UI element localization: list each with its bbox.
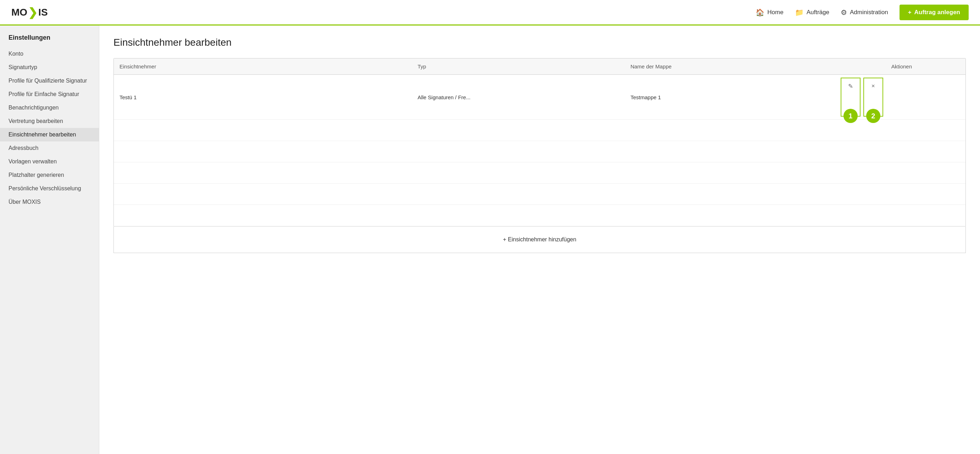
cell-aktionen: ✎ 1 × 2 — [838, 75, 966, 120]
sidebar-item-platzhalter[interactable]: Platzhalter generieren — [0, 168, 99, 182]
add-row: + Einsichtnehmer hinzufügen — [113, 227, 966, 253]
nav-home-label: Home — [767, 9, 783, 16]
sidebar-item-adressbuch[interactable]: Adressbuch — [0, 141, 99, 155]
logo: MO❯IS — [11, 6, 48, 19]
plus-icon: + — [908, 9, 912, 16]
folder-icon: 📁 — [795, 8, 804, 17]
logo-mo: MO — [11, 7, 27, 18]
sidebar-item-vertretung[interactable]: Vertretung bearbeiten — [0, 114, 99, 128]
nav-auftraege-label: Aufträge — [807, 9, 829, 16]
edit-button[interactable]: ✎ — [842, 78, 860, 94]
edit-icon: ✎ — [848, 83, 853, 90]
sidebar-item-einsichtnehmer[interactable]: Einsichtnehmer bearbeiten — [0, 128, 99, 141]
col-header-einsichtnehmer: Einsichtnehmer — [114, 59, 412, 75]
einsichtnehmer-table-container: Einsichtnehmer Typ Name der Mappe Aktion… — [113, 58, 966, 227]
delete-action-box: × 2 — [863, 78, 883, 117]
main-content: Einsichtnehmer bearbeiten Einsichtnehmer… — [99, 25, 980, 454]
nav-auftraege[interactable]: 📁 Aufträge — [795, 8, 829, 17]
cell-einsichtnehmer: Testü 1 — [114, 75, 412, 120]
sidebar-item-benachrichtigungen[interactable]: Benachrichtigungen — [0, 101, 99, 114]
einsichtnehmer-table: Einsichtnehmer Typ Name der Mappe Aktion… — [114, 59, 966, 226]
sidebar-item-signaturtyp[interactable]: Signaturtyp — [0, 60, 99, 74]
sidebar-item-konto[interactable]: Konto — [0, 47, 99, 60]
badge-2: 2 — [866, 109, 880, 123]
empty-row — [114, 141, 966, 162]
new-order-button[interactable]: + Auftrag anlegen — [899, 5, 969, 20]
col-header-typ: Typ — [412, 59, 625, 75]
table-row: Testü 1 Alle Signaturen / Fre... Testmap… — [114, 75, 966, 120]
sidebar-item-vorlagen[interactable]: Vorlagen verwalten — [0, 155, 99, 168]
actions-wrapper: ✎ 1 × 2 — [838, 75, 966, 119]
add-einsichtnehmer-button[interactable]: + Einsichtnehmer hinzufügen — [119, 232, 960, 247]
cell-typ: Alle Signaturen / Fre... — [412, 75, 625, 120]
col-header-mappe: Name der Mappe — [625, 59, 838, 75]
nav-administration-label: Administration — [850, 9, 888, 16]
table-header-row: Einsichtnehmer Typ Name der Mappe Aktion… — [114, 59, 966, 75]
home-icon: 🏠 — [756, 8, 764, 17]
cell-mappe: Testmappe 1 — [625, 75, 838, 120]
sidebar-item-ueber[interactable]: Über MOXIS — [0, 195, 99, 209]
col-header-aktionen: Aktionen — [838, 59, 966, 75]
sidebar-item-profile-qualifiziert[interactable]: Profile für Qualifizierte Signatur — [0, 74, 99, 87]
logo-is: IS — [38, 7, 48, 18]
close-icon: × — [872, 83, 875, 90]
nav-administration[interactable]: ⚙ Administration — [841, 8, 888, 17]
nav-home[interactable]: 🏠 Home — [756, 8, 783, 17]
gear-icon: ⚙ — [841, 8, 847, 17]
sidebar-item-verschluesselung[interactable]: Persönliche Verschlüsselung — [0, 182, 99, 195]
new-order-label: Auftrag anlegen — [915, 9, 960, 16]
navigation: 🏠 Home 📁 Aufträge ⚙ Administration + Auf… — [756, 5, 969, 20]
edit-action-box: ✎ 1 — [841, 78, 861, 117]
delete-button[interactable]: × — [864, 78, 883, 94]
sidebar: Einstellungen Konto Signaturtyp Profile … — [0, 25, 99, 454]
header: MO❯IS 🏠 Home 📁 Aufträge ⚙ Administration… — [0, 0, 980, 25]
sidebar-title: Einstellungen — [0, 34, 99, 47]
page-title: Einsichtnehmer bearbeiten — [113, 37, 966, 48]
page-layout: Einstellungen Konto Signaturtyp Profile … — [0, 25, 980, 454]
empty-row — [114, 184, 966, 205]
sidebar-item-profile-einfach[interactable]: Profile für Einfache Signatur — [0, 87, 99, 101]
empty-row — [114, 205, 966, 226]
badge-1: 1 — [843, 109, 858, 123]
empty-row — [114, 162, 966, 184]
empty-row — [114, 120, 966, 141]
logo-arrow: ❯ — [28, 6, 38, 19]
